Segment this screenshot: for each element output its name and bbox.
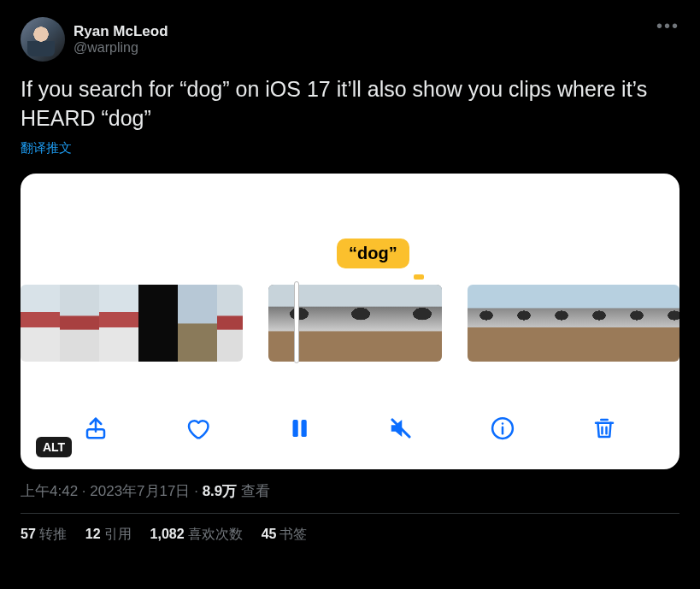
views-count: 8.9万 (203, 483, 238, 499)
share-icon[interactable] (79, 411, 113, 445)
tweet-time[interactable]: 上午4:42 (21, 483, 78, 499)
playhead[interactable] (294, 281, 299, 363)
media-toolbar (21, 404, 679, 452)
tweet-date[interactable]: 2023年7月17日 (90, 483, 190, 499)
clip-thumbnail (138, 285, 178, 362)
svg-point-6 (502, 422, 504, 425)
tweet-text: If you search for “dog” on iOS 17 it’ll … (21, 75, 679, 133)
clip-thumbnail (468, 285, 505, 362)
svg-rect-1 (292, 420, 297, 437)
more-options-button[interactable]: ••• (656, 17, 679, 34)
translate-link[interactable]: 翻译推文 (21, 140, 72, 156)
clip-thumbnail (618, 285, 656, 362)
retweets-stat[interactable]: 57转推 (21, 526, 67, 544)
handle[interactable]: @warpling (74, 40, 168, 56)
info-icon[interactable] (485, 411, 520, 445)
engagement-stats: 57转推 12引用 1,082喜欢次数 45书签 (21, 526, 679, 544)
alt-badge[interactable]: ALT (36, 437, 72, 457)
mute-icon[interactable] (384, 411, 418, 445)
clip-thumbnail (178, 285, 217, 362)
avatar[interactable] (21, 17, 65, 62)
tweet-header: Ryan McLeod @warpling (21, 17, 679, 62)
clip-group[interactable] (21, 285, 243, 362)
quotes-stat[interactable]: 12引用 (85, 526, 132, 544)
divider (21, 513, 679, 514)
bookmarks-stat[interactable]: 45书签 (262, 526, 308, 544)
tweet-container: ••• Ryan McLeod @warpling If you search … (7, 7, 693, 554)
clip-thumbnail (99, 285, 138, 362)
clip-thumbnail (391, 285, 442, 362)
clip-thumbnail (60, 285, 99, 362)
clip-thumbnail (543, 285, 580, 362)
tweet-meta: 上午4:42 · 2023年7月17日 · 8.9万 查看 (21, 481, 679, 501)
trash-icon[interactable] (587, 411, 621, 445)
caption-bubble: “dog” (337, 239, 409, 268)
likes-stat[interactable]: 1,082喜欢次数 (150, 526, 243, 544)
clip-thumbnail (217, 285, 243, 362)
media-attachment[interactable]: “dog” (21, 174, 679, 469)
heart-icon[interactable] (180, 411, 215, 445)
caption-marker (414, 274, 424, 280)
author-names: Ryan McLeod @warpling (74, 17, 168, 62)
clip-thumbnail (21, 285, 60, 362)
clip-thumbnail (330, 285, 391, 362)
clip-thumbnail (580, 285, 618, 362)
svg-rect-2 (301, 420, 306, 437)
clip-group[interactable] (468, 285, 679, 362)
pause-icon[interactable] (282, 411, 316, 445)
display-name[interactable]: Ryan McLeod (74, 23, 168, 40)
clip-thumbnail (656, 285, 679, 362)
views-label[interactable]: 查看 (241, 483, 270, 499)
clip-thumbnail (505, 285, 543, 362)
video-timeline[interactable] (21, 285, 679, 362)
